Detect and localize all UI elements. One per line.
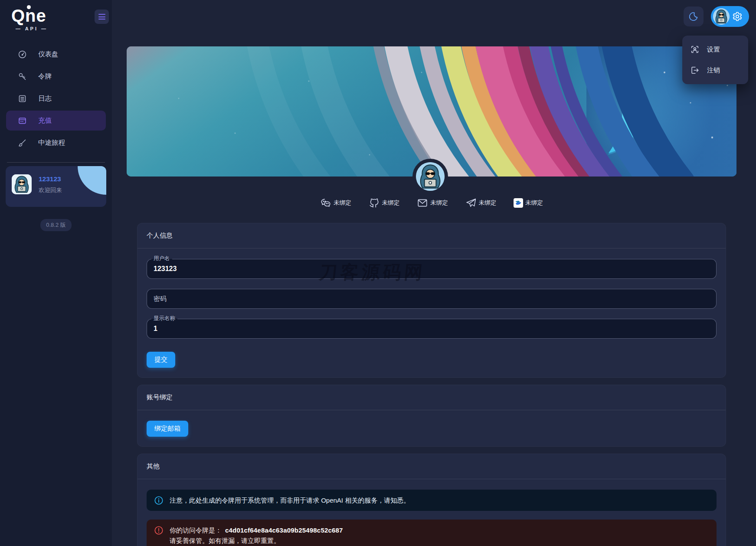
telegram-icon (465, 197, 477, 209)
banner-artwork (127, 46, 736, 177)
sidebar-nav: 仪表盘 令牌 日志 充值 中途旅程 (0, 44, 112, 153)
sidebar-item-recharge[interactable]: 充值 (6, 111, 106, 131)
main-content: 未绑定 未绑定 未绑定 未绑定 (112, 0, 756, 546)
sidebar-toggle-button[interactable] (95, 10, 109, 24)
gear-icon (732, 11, 743, 22)
logo-dot (27, 5, 31, 9)
info-icon (154, 496, 164, 505)
wechat-icon (320, 197, 331, 209)
username-label: 用户名 (151, 255, 172, 262)
user-settings-icon (690, 45, 700, 54)
theme-toggle-button[interactable] (684, 7, 704, 26)
sidebar-item-label: 充值 (38, 116, 52, 125)
card-title: 个人信息 (137, 223, 726, 248)
card-icon (18, 116, 27, 125)
user-avatar (12, 174, 32, 194)
sidebar-greeting: 欢迎回来 (39, 186, 62, 194)
lark-icon (514, 198, 523, 208)
app-logo[interactable]: Qne — API — (0, 0, 52, 31)
binding-status: 未绑定 (525, 199, 543, 207)
sidebar-divider (7, 162, 105, 163)
profile-banner (127, 46, 736, 177)
sidebar-item-dashboard[interactable]: 仪表盘 (6, 44, 106, 64)
hamburger-icon (98, 14, 105, 15)
dashboard-icon (18, 50, 27, 59)
bind-email-button[interactable]: 绑定邮箱 (147, 421, 188, 437)
display-name-label: 显示名称 (151, 315, 177, 322)
topbar-actions (684, 6, 749, 27)
card-title: 其他 (137, 454, 726, 479)
menu-item-label: 注销 (707, 66, 720, 75)
sidebar-username: 123123 (39, 175, 62, 183)
sidebar-item-label: 令牌 (38, 72, 52, 81)
github-icon (369, 197, 380, 209)
profile-avatar[interactable] (416, 162, 445, 191)
user-card-decoration (78, 166, 106, 195)
profile-dropdown-menu: 设置 注销 (682, 36, 748, 84)
password-input[interactable] (147, 289, 717, 309)
sidebar: Qne — API — 仪表盘 令牌 日志 充值 (0, 0, 112, 546)
sidebar-item-label: 日志 (38, 94, 52, 103)
email-icon (417, 197, 428, 209)
logo-subtitle: — API — (16, 26, 52, 31)
token-warning: 请妥善保管。如有泄漏，请立即重置。 (170, 536, 343, 546)
other-card: 其他 注意，此处生成的令牌用于系统管理，而非用于请求 OpenAI 相关的服务，… (137, 454, 726, 546)
binding-wechat[interactable]: 未绑定 (320, 197, 351, 209)
menu-item-label: 设置 (707, 46, 720, 54)
binding-status: 未绑定 (479, 199, 497, 207)
sidebar-item-tokens[interactable]: 令牌 (6, 66, 106, 86)
key-icon (18, 72, 27, 81)
display-name-input[interactable] (147, 319, 717, 339)
logout-icon (690, 65, 700, 75)
profile-menu-button[interactable] (711, 6, 749, 27)
submit-button[interactable]: 提交 (147, 352, 175, 368)
card-title: 账号绑定 (137, 385, 726, 410)
sidebar-user-card[interactable]: 123123 欢迎回来 (6, 166, 106, 207)
binding-status: 未绑定 (382, 199, 400, 207)
token-alert: 你的访问令牌是：c4d01cf64e8a4c63a09b25498c52c687… (147, 520, 717, 546)
error-icon (154, 526, 164, 535)
menu-item-logout[interactable]: 注销 (682, 60, 748, 81)
personal-info-card: 个人信息 用户名 显示名称 提交 (137, 223, 726, 378)
sidebar-item-logs[interactable]: 日志 (6, 88, 106, 108)
logs-icon (18, 94, 27, 103)
menu-item-settings[interactable]: 设置 (682, 39, 748, 60)
binding-lark[interactable]: 未绑定 (514, 198, 543, 208)
brush-icon (18, 138, 27, 147)
sidebar-item-label: 仪表盘 (38, 50, 59, 59)
binding-status: 未绑定 (334, 199, 351, 207)
binding-status: 未绑定 (430, 199, 448, 207)
binding-email[interactable]: 未绑定 (417, 197, 448, 209)
topbar-avatar (713, 8, 730, 25)
access-token: c4d01cf64e8a4c63a09b25498c52c687 (225, 526, 343, 534)
info-alert: 注意，此处生成的令牌用于系统管理，而非用于请求 OpenAI 相关的服务，请知悉… (147, 490, 717, 511)
sidebar-item-midjourney[interactable]: 中途旅程 (6, 133, 106, 153)
logo-text: Qne (11, 6, 52, 25)
moon-icon (688, 11, 699, 22)
token-label: 你的访问令牌是： (170, 526, 222, 534)
account-binding-card: 账号绑定 绑定邮箱 (137, 385, 726, 447)
username-input[interactable] (147, 259, 717, 279)
sidebar-item-label: 中途旅程 (38, 138, 65, 147)
version-badge: 0.8.2 版 (40, 219, 72, 231)
binding-github[interactable]: 未绑定 (369, 197, 400, 209)
binding-telegram[interactable]: 未绑定 (465, 197, 497, 209)
info-alert-text: 注意，此处生成的令牌用于系统管理，而非用于请求 OpenAI 相关的服务，请知悉… (170, 495, 410, 505)
